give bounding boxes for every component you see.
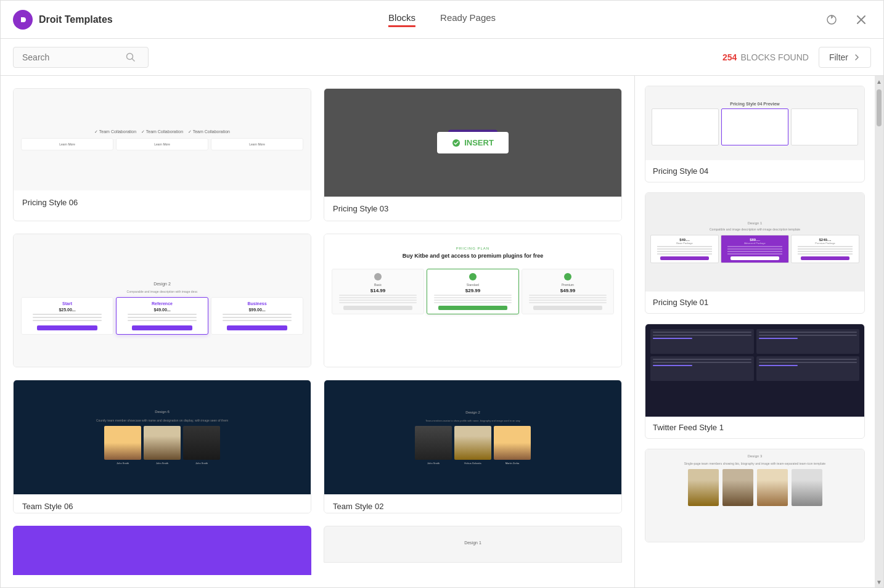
card-pricing03-overlay: INSERT: [324, 89, 621, 197]
sidebar-pricing04-label: Pricing Style 04: [645, 160, 864, 182]
card-team06-label: Team Style 06: [14, 494, 311, 513]
header-tabs: Blocks Ready Pages: [388, 12, 496, 27]
card-partial-purple[interactable]: [13, 526, 311, 575]
card-pricing02-preview: Design 2 Comparable and image descriptio…: [14, 234, 311, 367]
page-scrollbar[interactable]: ▲ ▼: [875, 76, 883, 587]
sidebar-pricing01-preview: Design 1 Compatible and image descriptio…: [645, 193, 864, 292]
close-button[interactable]: [851, 10, 871, 30]
sidebar-twitter-preview: [645, 324, 864, 417]
header: Droit Templates Blocks Ready Pages: [1, 1, 883, 39]
card-team02-preview: Design 2 Team-members avatar to show pro…: [324, 380, 621, 494]
logo-area: Droit Templates: [13, 10, 113, 30]
app-title: Droit Templates: [39, 14, 113, 25]
insert-button[interactable]: INSERT: [437, 132, 509, 153]
card-pricing06-label: Pricing Style 06: [14, 190, 311, 214]
card-pricing02[interactable]: Design 2 Comparable and image descriptio…: [13, 234, 311, 367]
search-input[interactable]: [22, 52, 121, 62]
blocks-found-label: BLOCKS FOUND: [740, 52, 808, 62]
card-team06-preview: Design 6 Countly team member showcase wi…: [14, 380, 311, 494]
card-pricing03-preview: INSERT: [324, 89, 621, 197]
scrollbar-down-button[interactable]: ▼: [875, 576, 883, 587]
sidebar-pricing01-label: Pricing Style 01: [645, 292, 864, 313]
main-content: ✓ Team Collaboration ✓ Team Collaboratio…: [1, 76, 634, 587]
card-pricing06[interactable]: ✓ Team Collaboration ✓ Team Collaboratio…: [13, 88, 311, 221]
refresh-button[interactable]: [822, 10, 841, 30]
sidebar-pricing04-preview: Pricing Style 04 Preview: [645, 86, 864, 160]
toolbar: 254 BLOCKS FOUND Filter: [1, 39, 883, 76]
right-sidebar: Pricing Style 04 Preview Pricing Style 0…: [634, 76, 875, 587]
scrollbar-up-button[interactable]: ▲: [875, 76, 883, 87]
card-pricing03-label: Pricing Style 03: [324, 197, 621, 221]
search-icon: [126, 52, 136, 62]
card-pricing05[interactable]: PRICING PLAN Buy Kitbe and get access to…: [324, 234, 622, 367]
card-pricing05-preview: PRICING PLAN Buy Kitbe and get access to…: [324, 234, 621, 367]
sidebar-card-twitter[interactable]: Twitter Feed Style 1: [645, 324, 865, 439]
header-actions: [822, 10, 871, 30]
tab-blocks[interactable]: Blocks: [388, 12, 415, 27]
blocks-found: 254 BLOCKS FOUND: [722, 52, 809, 62]
filter-label: Filter: [829, 52, 848, 62]
card-team02-label: Team Style 02: [324, 494, 621, 513]
chevron-right-icon: [853, 54, 861, 61]
pricing06-design-label: ✓ Team Collaboration ✓ Team Collaboratio…: [21, 129, 303, 134]
pricing06-col2: Learn More: [116, 138, 208, 150]
tab-ready-pages[interactable]: Ready Pages: [440, 12, 496, 27]
sidebar-card-team-design3[interactable]: Design 3 Single-page team members showin…: [645, 449, 865, 542]
card-team02[interactable]: Design 2 Team-members avatar to show pro…: [324, 380, 622, 513]
sidebar-twitter-label: Twitter Feed Style 1: [645, 417, 864, 438]
card-pricing03[interactable]: INSERT Pricing Style 03: [324, 88, 622, 221]
search-box[interactable]: [13, 47, 149, 68]
filter-button[interactable]: Filter: [819, 47, 871, 68]
insert-label: INSERT: [464, 138, 494, 147]
sidebar-card-pricing01[interactable]: Design 1 Compatible and image descriptio…: [645, 192, 865, 314]
pricing06-col1: Learn More: [21, 138, 113, 150]
main-content-wrapper: ✓ Team Collaboration ✓ Team Collaboratio…: [1, 76, 883, 587]
pricing06-table: Learn More Learn More Learn More: [21, 138, 303, 150]
blocks-count: 254: [722, 52, 737, 62]
scrollbar-thumb[interactable]: [877, 89, 882, 126]
pricing06-col3: Learn More: [211, 138, 303, 150]
sidebar-card-pricing04[interactable]: Pricing Style 04 Preview Pricing Style 0…: [645, 86, 865, 182]
sidebar-team3-preview: Design 3 Single-page team members showin…: [645, 449, 864, 542]
app-window: Droit Templates Blocks Ready Pages: [0, 0, 884, 588]
card-partial-design1[interactable]: Design 1: [324, 526, 622, 563]
pricing02-table: Start $25.00... Reference $49.00...: [21, 297, 303, 335]
card-team06[interactable]: Design 6 Countly team member showcase wi…: [13, 380, 311, 513]
card-pricing06-preview: ✓ Team Collaboration ✓ Team Collaboratio…: [14, 89, 311, 190]
logo-icon: [13, 10, 33, 30]
